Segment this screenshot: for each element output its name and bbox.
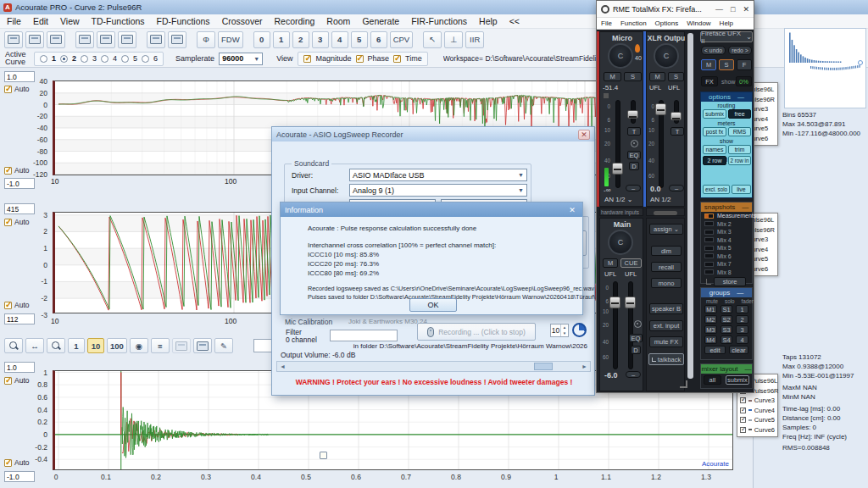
rms-button[interactable]: RMS (728, 127, 751, 136)
curve-6-button[interactable]: 6 (370, 31, 387, 48)
legend-checkbox[interactable] (740, 427, 746, 433)
xlr-volume-knob[interactable]: C (654, 43, 679, 69)
snapshot-toggle[interactable] (704, 246, 714, 251)
group-solo-button[interactable]: S4 (721, 336, 733, 344)
sweep-count-spinner[interactable]: 10 ▲▼ (550, 324, 569, 337)
mic-setup-button[interactable] (147, 31, 165, 48)
curve-4-button[interactable]: 4 (331, 31, 348, 48)
edit-curve-button[interactable]: ✎ (214, 338, 233, 353)
zoom-100-button[interactable]: 100 (107, 338, 127, 353)
driver-select[interactable]: ASIO MADIface USB▼ (349, 169, 527, 181)
recall-button[interactable]: recall (651, 262, 682, 272)
marker-button[interactable]: ◉ (130, 338, 148, 353)
scrollbar-thumb[interactable] (534, 363, 553, 370)
layout-submix-button[interactable]: submix (726, 375, 749, 385)
main-fader-track[interactable] (613, 281, 618, 369)
samplerate-select[interactable]: 96000▼ (219, 53, 263, 65)
free-mode-button[interactable]: free (728, 109, 751, 119)
group-mute-button[interactable]: M2 (704, 315, 717, 324)
fit-width-button[interactable]: ↔ (25, 338, 44, 353)
zoom-1-button[interactable]: 1 (68, 338, 85, 353)
global-fader-button[interactable]: F (737, 59, 752, 70)
recording-button[interactable]: Recording ... (Click to stop) (417, 323, 536, 341)
menu-room[interactable]: Room (326, 16, 350, 26)
recorder-close-icon[interactable]: ✕ (578, 130, 590, 140)
mic-fader-handle[interactable] (612, 163, 623, 175)
group-solo-button[interactable]: S2 (721, 315, 733, 324)
curve-radio-2[interactable] (60, 55, 68, 63)
two-row-button[interactable]: 2 row (703, 156, 726, 165)
angle-tool-button[interactable]: ↖ (423, 31, 442, 48)
open-project-button[interactable] (4, 31, 23, 48)
snapshots-panel-header[interactable]: snapshots— (701, 202, 752, 212)
trim-button[interactable]: trim (728, 145, 751, 154)
layout-all-button[interactable]: all (704, 375, 721, 385)
snapshot-toggle[interactable] (704, 237, 714, 242)
snapshot-toggle[interactable] (704, 253, 714, 258)
snapshot-row[interactable]: Measurements (701, 212, 752, 220)
curve-radio-4[interactable] (101, 55, 108, 63)
curve-radio-5[interactable] (121, 55, 129, 63)
smooth-button[interactable]: ≡ (151, 338, 170, 353)
main-fader-track-right[interactable] (628, 281, 633, 369)
mixer-layout-header[interactable]: mixer layout— (701, 364, 752, 374)
gear-icon[interactable] (634, 320, 642, 328)
filter-checkbox[interactable] (320, 452, 327, 459)
mono-button[interactable]: mono (651, 278, 682, 288)
collapse-icon[interactable]: — (745, 365, 752, 373)
iir-button[interactable]: IIR (465, 31, 484, 48)
device-select[interactable]: Fireface UFX II ⌄ (700, 31, 753, 42)
curve-manager-button[interactable] (47, 31, 65, 48)
collapse-icon[interactable]: — (737, 289, 743, 297)
collapse-icon[interactable]: — (737, 93, 744, 101)
xlr-channel-assign[interactable]: AN 1/2 (650, 196, 670, 203)
gear-icon[interactable] (631, 140, 638, 147)
curve-radio-6[interactable] (142, 55, 149, 63)
input-channel-select[interactable]: Analog 9 (1)▼ (349, 184, 527, 197)
groups-clear-button[interactable]: clear (729, 346, 748, 354)
tm-menu-function[interactable]: Function (620, 19, 647, 27)
snapshot-row[interactable]: Mix 4 (701, 236, 752, 245)
snapshot-toggle[interactable] (704, 230, 714, 235)
menu-fd-functions[interactable]: FD-Functions (157, 16, 210, 26)
collapse-pill[interactable] (654, 211, 677, 215)
maximize-icon[interactable]: □ (731, 5, 735, 14)
snapshot-toggle[interactable] (704, 214, 714, 219)
time-auto-bottom-checkbox[interactable]: ✓ (4, 459, 12, 467)
mic-t-button[interactable]: T (627, 127, 641, 136)
delete-button[interactable] (97, 31, 115, 48)
zoom-in-button[interactable] (47, 338, 65, 353)
menu-help[interactable]: Help (479, 16, 498, 26)
info-dialog-titlebar[interactable]: Information ✕ (281, 202, 582, 217)
legend-checkbox[interactable] (740, 408, 746, 413)
snapshot-row[interactable]: Mix 3 (701, 228, 752, 236)
mic-d-button[interactable]: D (629, 162, 639, 170)
save-button[interactable] (25, 31, 44, 48)
global-mute-button[interactable]: M (701, 59, 716, 70)
main-mute-button[interactable]: M (603, 258, 618, 268)
snapshot-row[interactable]: Mix 2 (701, 220, 752, 229)
recorder-dialog-titlebar[interactable]: Acourate - ASIO LogSweep Recorder ✕ (272, 127, 594, 141)
mic-gain-knob[interactable]: C (608, 43, 633, 69)
live-button[interactable]: live (732, 185, 751, 194)
mic-solo-button[interactable]: S (624, 72, 642, 81)
curve-radio-1[interactable] (40, 55, 47, 63)
mag-auto-bottom-checkbox[interactable]: ✓ (4, 167, 12, 175)
snapshot-toggle[interactable] (704, 262, 714, 267)
group-fader-button[interactable]: 3 (736, 325, 748, 334)
resize-grip[interactable] (680, 380, 687, 388)
cpv-button[interactable]: CPV (390, 31, 414, 48)
mic-eq-button[interactable]: EQ (627, 151, 641, 159)
group-solo-button[interactable]: S1 (721, 305, 733, 313)
scroll-left-icon[interactable]: ◄ (277, 363, 288, 369)
post-fx-button[interactable]: post fx (703, 127, 726, 136)
group-fader-button[interactable]: 1 (736, 305, 748, 313)
fx-show-label[interactable]: show (721, 79, 735, 85)
curve-3-button[interactable]: 3 (312, 31, 329, 48)
menu-edit[interactable]: Edit (33, 16, 48, 26)
phase-button[interactable]: Φ (197, 31, 215, 48)
menu-crossover[interactable]: Crossover (222, 16, 263, 26)
snapshot-row[interactable]: Mix 8 (701, 269, 752, 277)
mic-fader-track[interactable] (615, 100, 620, 188)
mic-channel-assign[interactable]: AN 1/2 ⌄ (604, 196, 632, 203)
